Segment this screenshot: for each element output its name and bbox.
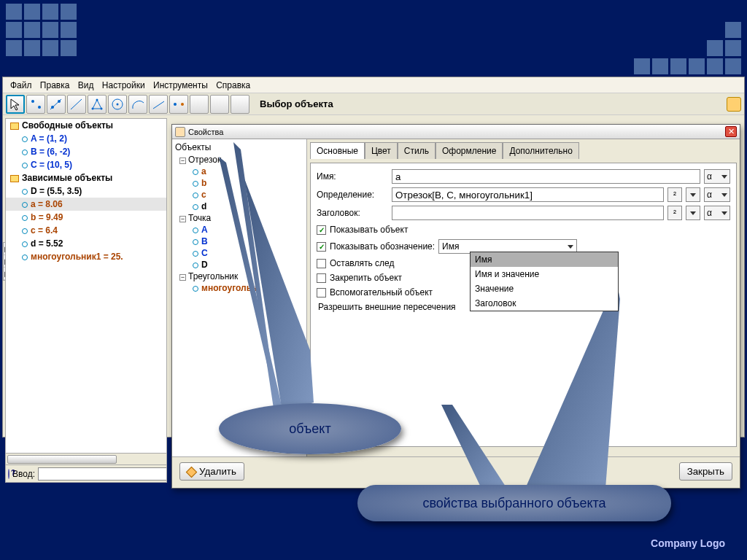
java-icon bbox=[175, 127, 185, 137]
command-input[interactable] bbox=[38, 467, 167, 481]
tool-select[interactable] bbox=[6, 95, 25, 114]
tool-arc[interactable] bbox=[128, 95, 147, 114]
tree-item[interactable]: a = 8.06 bbox=[6, 198, 166, 211]
name-input[interactable] bbox=[392, 169, 700, 184]
toolbar: Выбор объекта bbox=[3, 93, 744, 115]
menu-Инструменты[interactable]: Инструменты bbox=[150, 79, 211, 91]
input-label: Ввод: bbox=[12, 469, 35, 479]
svg-point-6 bbox=[92, 107, 94, 109]
tab-content: Имя: α Определение: ² α Заголовок: ² α bbox=[310, 163, 737, 447]
help-icon[interactable] bbox=[8, 469, 9, 479]
h-scrollbar[interactable] bbox=[6, 453, 167, 464]
show-label-text: Показывать обозначение: bbox=[330, 241, 435, 252]
caption-input[interactable] bbox=[392, 206, 664, 220]
super-dd2[interactable] bbox=[686, 206, 700, 220]
tree-leaf[interactable]: B bbox=[174, 236, 305, 247]
tab-Цвет[interactable]: Цвет bbox=[365, 142, 398, 159]
dd-option[interactable]: Имя bbox=[471, 252, 618, 267]
dialog-titlebar[interactable]: Свойства ✕ bbox=[172, 125, 740, 139]
def-label: Определение: bbox=[317, 190, 388, 200]
dd-option[interactable]: Заголовок bbox=[471, 296, 618, 311]
tool-line[interactable] bbox=[47, 95, 66, 114]
menu-Файл[interactable]: Файл bbox=[7, 79, 35, 91]
tree-item[interactable]: A = (1, 2) bbox=[6, 132, 166, 145]
super-dd[interactable] bbox=[686, 187, 700, 202]
folder-icon bbox=[10, 122, 19, 130]
show-object-checkbox[interactable]: ✓ bbox=[317, 225, 326, 235]
allow-label: Разрешить внешние пересечения bbox=[318, 302, 456, 312]
dd-option[interactable]: Имя и значение bbox=[471, 267, 618, 281]
tree-item[interactable]: D = (5.5, 3.5) bbox=[6, 184, 166, 198]
menu-Правка[interactable]: Правка bbox=[37, 79, 73, 91]
super-picker2[interactable]: ² bbox=[667, 206, 682, 220]
tool-text[interactable] bbox=[190, 95, 209, 114]
tree-item[interactable]: многоугольник1 = 25. bbox=[6, 250, 166, 263]
tool-point[interactable] bbox=[26, 95, 45, 114]
tree-leaf[interactable]: C bbox=[174, 247, 305, 259]
algebra-panel: Свободные объектыA = (1, 2)B = (6, -2)C … bbox=[5, 118, 167, 483]
tool-number[interactable] bbox=[149, 95, 168, 114]
tree-leaf[interactable]: многоугольн bbox=[174, 282, 305, 294]
alpha-picker3[interactable]: α bbox=[704, 206, 730, 220]
tree-group[interactable]: −Точка bbox=[174, 212, 305, 224]
fix-checkbox[interactable] bbox=[317, 273, 326, 283]
aux-checkbox[interactable] bbox=[317, 288, 326, 298]
name-label: Имя: bbox=[317, 171, 388, 182]
alpha-picker[interactable]: α bbox=[704, 169, 730, 184]
object-select-label: Выбор объекта bbox=[260, 98, 333, 109]
header-decor bbox=[0, 0, 747, 77]
tool-segment[interactable] bbox=[67, 95, 86, 114]
tree-item[interactable]: b = 9.49 bbox=[6, 211, 166, 224]
tool-circle[interactable] bbox=[108, 95, 127, 114]
fix-label: Закрепить объект bbox=[330, 273, 402, 283]
svg-line-5 bbox=[71, 99, 82, 109]
menubar: Файл Правка Вид Настройки Инструменты Сп… bbox=[3, 77, 744, 93]
menu-Вид[interactable]: Вид bbox=[75, 79, 97, 91]
aux-label: Вспомогательный объект bbox=[330, 287, 433, 298]
tree-leaf[interactable]: a bbox=[174, 166, 305, 177]
menu-Настройки[interactable]: Настройки bbox=[99, 79, 148, 91]
tree-leaf[interactable]: b bbox=[174, 177, 305, 189]
tree-leaf[interactable]: D bbox=[174, 259, 305, 271]
tree-group[interactable]: −Отрезок bbox=[174, 154, 305, 166]
svg-point-10 bbox=[117, 103, 119, 105]
svg-point-12 bbox=[174, 103, 177, 106]
tree-dep-header[interactable]: Зависимые объекты bbox=[6, 171, 166, 184]
label-mode-dropdown[interactable]: ИмяИмя и значениеЗначениеЗаголовок bbox=[470, 252, 619, 311]
dialog-title: Свойства bbox=[188, 128, 223, 136]
tree-leaf[interactable]: A bbox=[174, 224, 305, 236]
alpha-picker2[interactable]: α bbox=[704, 187, 730, 202]
def-input[interactable] bbox=[392, 187, 664, 202]
svg-point-0 bbox=[31, 100, 34, 103]
tree-leaf[interactable]: d bbox=[174, 201, 305, 212]
tree-item[interactable]: B = (6, -2) bbox=[6, 145, 166, 158]
tree-item[interactable]: d = 5.52 bbox=[6, 237, 166, 250]
show-label-checkbox[interactable]: ✓ bbox=[317, 242, 326, 252]
close-button[interactable]: Закрыть bbox=[679, 462, 732, 481]
tab-Стиль[interactable]: Стиль bbox=[398, 142, 436, 159]
menu-Справка[interactable]: Справка bbox=[213, 79, 253, 91]
tree-item[interactable]: c = 6.4 bbox=[6, 224, 166, 237]
tree-group[interactable]: −Треугольник bbox=[174, 271, 305, 282]
tree-free-header[interactable]: Свободные объекты bbox=[6, 119, 166, 132]
callout-object: объект bbox=[219, 403, 401, 454]
star-button[interactable] bbox=[727, 97, 741, 112]
tool-mirror[interactable] bbox=[169, 95, 188, 114]
tab-Основные[interactable]: Основные bbox=[310, 142, 365, 159]
tool-move[interactable] bbox=[231, 95, 249, 114]
tree-leaf[interactable]: c bbox=[174, 189, 305, 201]
tool-slider[interactable] bbox=[210, 95, 229, 114]
trace-checkbox[interactable] bbox=[317, 259, 326, 268]
tool-polygon[interactable] bbox=[88, 95, 107, 114]
tab-Дополнительно[interactable]: Дополнительно bbox=[503, 142, 578, 159]
folder-icon bbox=[10, 175, 19, 182]
super-picker[interactable]: ² bbox=[667, 187, 682, 202]
tree-item[interactable]: C = (10, 5) bbox=[6, 158, 166, 171]
delete-button[interactable]: Удалить bbox=[179, 462, 244, 481]
trace-label: Оставлять след bbox=[330, 258, 394, 268]
svg-point-7 bbox=[96, 98, 98, 101]
dd-option[interactable]: Значение bbox=[471, 281, 618, 296]
svg-point-4 bbox=[58, 100, 61, 103]
dialog-close-icon[interactable]: ✕ bbox=[725, 126, 737, 137]
tab-Оформление[interactable]: Оформление bbox=[436, 142, 503, 159]
